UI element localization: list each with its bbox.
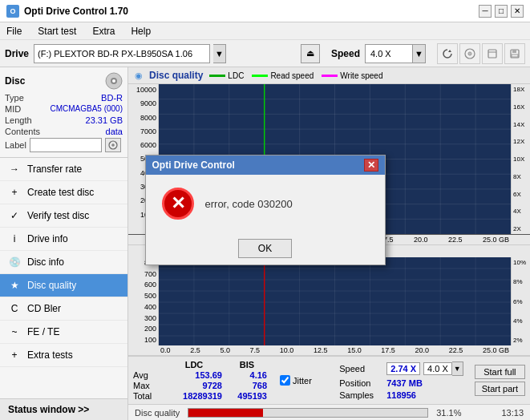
dialog-body: ✕ error, code 030200 [146, 175, 385, 232]
dialog-close-button[interactable]: ✕ [364, 159, 378, 172]
dialog-ok-button[interactable]: OK [238, 239, 292, 258]
dialog-footer: OK [146, 232, 385, 265]
dialog-error-icon: ✕ [162, 188, 194, 220]
dialog-title: Opti Drive Control [152, 160, 235, 171]
error-dialog: Opti Drive Control ✕ ✕ error, code 03020… [145, 155, 386, 265]
dialog-message: error, code 030200 [205, 198, 293, 210]
dialog-titlebar: Opti Drive Control ✕ [146, 155, 385, 175]
dialog-overlay: Opti Drive Control ✕ ✕ error, code 03020… [0, 0, 530, 420]
